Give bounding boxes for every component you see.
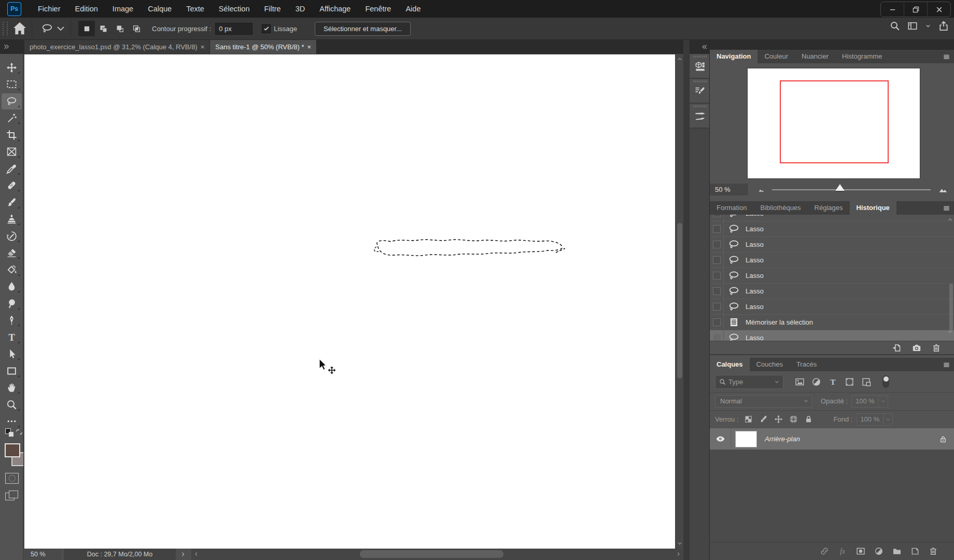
layer-filter-search[interactable]: Type: [715, 375, 783, 389]
layer-name[interactable]: Arrière-plan: [765, 435, 939, 443]
fx-icon[interactable]: fx: [838, 547, 847, 556]
eraser-tool[interactable]: [0, 245, 23, 262]
menu-affichage[interactable]: Affichage: [312, 0, 358, 18]
more-tool[interactable]: [0, 413, 23, 430]
hand-tool[interactable]: [0, 380, 23, 397]
marquee-tool[interactable]: [0, 76, 23, 93]
move-sm-icon[interactable]: [774, 415, 783, 424]
link-icon[interactable]: [820, 547, 829, 556]
history-source-well[interactable]: [710, 215, 724, 221]
minimize-button[interactable]: [881, 2, 904, 17]
menu-texte[interactable]: Texte: [179, 0, 212, 18]
history-source-checkbox[interactable]: [713, 241, 721, 248]
chevron-down-icon[interactable]: [925, 23, 931, 29]
scroll-down-icon[interactable]: [677, 540, 683, 547]
doc-new-state-icon[interactable]: [892, 343, 902, 353]
scroll-left-icon[interactable]: [193, 551, 199, 557]
horizontal-scrollbar[interactable]: [191, 549, 683, 560]
navigator-proxy-rect[interactable]: [780, 80, 889, 163]
panel-tab-nuancier[interactable]: Nuancier: [795, 50, 835, 63]
menu-fichier[interactable]: Fichier: [31, 0, 68, 18]
history-source-well[interactable]: [710, 237, 724, 252]
share-icon[interactable]: [938, 21, 949, 31]
zoom-tool[interactable]: [0, 396, 23, 413]
history-source-checkbox[interactable]: [713, 225, 721, 233]
status-zoom-field[interactable]: 50 %: [23, 549, 62, 560]
type-tool[interactable]: T: [0, 329, 23, 346]
scroll-up-icon[interactable]: [677, 56, 683, 62]
history-source-checkbox[interactable]: [713, 287, 721, 295]
history-source-checkbox[interactable]: [713, 256, 721, 264]
hamburger-icon[interactable]: [943, 53, 950, 61]
brush-sm-icon[interactable]: [759, 415, 768, 424]
sel-int-button[interactable]: [128, 21, 145, 36]
menu-aide[interactable]: Aide: [398, 0, 428, 18]
sel-sub-button[interactable]: [111, 21, 128, 36]
close-button[interactable]: [927, 2, 950, 17]
horizontal-scroll-thumb[interactable]: [360, 550, 503, 558]
tab-close-icon[interactable]: ×: [307, 43, 312, 51]
zoom-slider-thumb[interactable]: [835, 184, 845, 191]
adjust-half-icon[interactable]: [874, 547, 883, 556]
menu-edition[interactable]: Edition: [68, 0, 105, 18]
history-entry[interactable]: Lasso: [710, 253, 954, 268]
quick-mask-button[interactable]: [5, 473, 19, 484]
pen-tool[interactable]: [0, 312, 23, 329]
move-tool[interactable]: [0, 59, 23, 76]
fill-field[interactable]: 100 %: [856, 413, 893, 426]
history-source-well[interactable]: [710, 330, 724, 341]
swap-colors-icon[interactable]: [16, 428, 23, 437]
tool-preset-picker[interactable]: [41, 23, 66, 34]
scroll-right-icon[interactable]: [676, 551, 681, 557]
history-source-checkbox[interactable]: [713, 334, 721, 341]
vertical-scrollbar[interactable]: [675, 54, 684, 549]
feather-input[interactable]: [215, 23, 252, 35]
trash-icon[interactable]: [929, 547, 938, 556]
panel-tab-histogramme[interactable]: Histogramme: [835, 50, 889, 63]
sel-new-button[interactable]: [78, 21, 95, 36]
hamburger-icon[interactable]: [943, 204, 950, 212]
mask-icon[interactable]: [856, 547, 865, 556]
history-entry[interactable]: Mémoriser la sélection: [710, 315, 954, 330]
status-expand-icon[interactable]: [180, 551, 186, 557]
layer-filter-toggle[interactable]: [882, 375, 889, 388]
panel-tab-historique[interactable]: Historique: [850, 201, 896, 215]
panel-brush-settings-dock-button[interactable]: [690, 79, 710, 104]
history-scroll-thumb[interactable]: [949, 284, 953, 331]
panel-tab-navigation[interactable]: Navigation: [710, 50, 757, 63]
history-scroll-up-icon[interactable]: [947, 217, 953, 222]
history-entry[interactable]: Lasso: [710, 215, 954, 221]
anti-alias-checkbox[interactable]: [262, 24, 271, 33]
history-source-well[interactable]: [710, 299, 724, 314]
toolbar-collapse-icon[interactable]: [3, 43, 10, 50]
foreground-color-swatch[interactable]: [5, 443, 20, 457]
quick-selection-tool[interactable]: [0, 110, 23, 127]
trash-icon[interactable]: [932, 343, 941, 353]
lasso-tool[interactable]: [0, 93, 23, 110]
history-scroll-down-icon[interactable]: [947, 329, 953, 334]
navigator-zoom-slider[interactable]: [772, 189, 931, 190]
navigator-zoom-field[interactable]: 50 %: [710, 184, 748, 195]
search-icon[interactable]: [890, 21, 900, 31]
layer-visibility-toggle[interactable]: [710, 428, 731, 450]
zoom-in-mountain-icon[interactable]: [937, 185, 949, 194]
document-tab[interactable]: Sans titre-1 @ 50% (RVB/8) *×: [210, 40, 317, 54]
sel-add-button[interactable]: [95, 21, 111, 36]
menu-sélection[interactable]: Sélection: [212, 0, 257, 18]
panel-tab-couches[interactable]: Couches: [750, 358, 790, 371]
type-filter-icon[interactable]: T: [828, 377, 838, 387]
document-tab[interactable]: photo_exercice_lasso1.psd @ 31,2% (Calqu…: [24, 40, 210, 54]
panel-brushes-dock-button[interactable]: [690, 104, 710, 129]
dodge-tool[interactable]: [0, 295, 23, 312]
panel-tab-formation[interactable]: Formation: [710, 201, 754, 215]
navigator-preview[interactable]: [747, 68, 920, 179]
zoom-out-mountain-icon[interactable]: [757, 186, 766, 193]
history-entry[interactable]: Lasso: [710, 284, 954, 299]
tab-close-icon[interactable]: ×: [201, 43, 205, 51]
crop-tool[interactable]: [0, 127, 23, 144]
blend-mode-select[interactable]: Normal: [715, 395, 812, 408]
folder-icon[interactable]: [892, 547, 902, 556]
history-entry[interactable]: Lasso: [710, 299, 954, 315]
expand-panels-icon[interactable]: [701, 44, 708, 50]
history-source-well[interactable]: [710, 268, 724, 283]
